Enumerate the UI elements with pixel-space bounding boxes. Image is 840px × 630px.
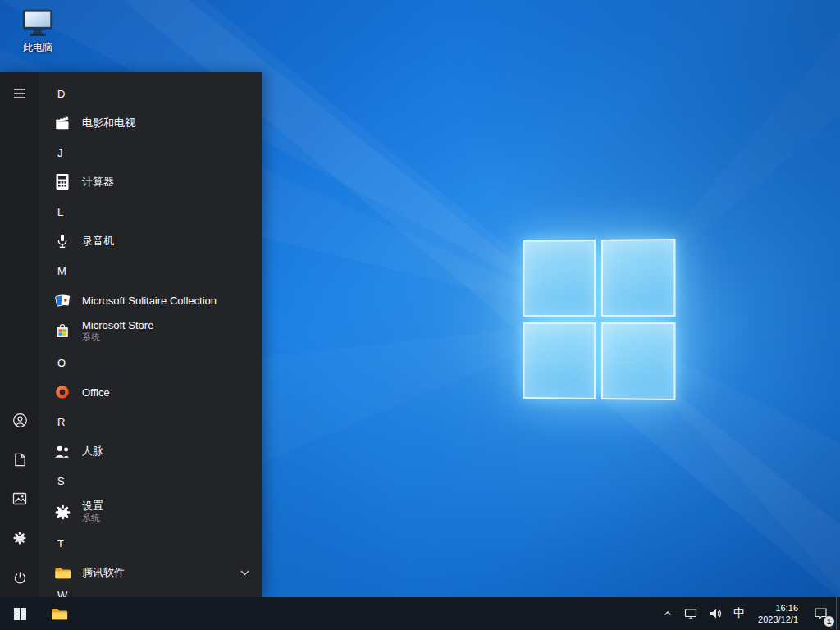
app-label: 电影和电视 (82, 116, 135, 130)
start-app-solitaire[interactable]: Microsoft Solitaire Collection (39, 285, 262, 315)
section-letter: J (57, 147, 63, 159)
network-button[interactable] (678, 597, 703, 630)
notification-badge: 1 (824, 616, 834, 627)
start-section-letter-m[interactable]: M (39, 256, 262, 285)
account-button[interactable] (0, 400, 39, 440)
logo-pane (523, 240, 596, 317)
gear-icon (52, 502, 72, 522)
office-icon (52, 382, 72, 402)
section-letter: T (57, 537, 64, 550)
store-icon (52, 322, 72, 341)
clock[interactable]: 16:16 2023/12/1 (751, 597, 806, 630)
computer-monitor-icon (21, 8, 55, 39)
file-explorer-button[interactable] (39, 597, 79, 630)
chevron-down-icon[interactable] (240, 570, 249, 576)
app-label: 录音机 (82, 234, 114, 249)
app-label: 计算器 (82, 175, 114, 189)
chevron-up-icon (663, 609, 673, 619)
start-section-letter-t[interactable]: T (39, 528, 262, 558)
app-label: Office (82, 386, 110, 399)
app-label: Microsoft Solitaire Collection (82, 294, 217, 307)
folder-icon (52, 563, 72, 582)
hidden-icons-button[interactable] (657, 597, 678, 630)
start-app-movies-tv[interactable]: 电影和电视 (39, 108, 262, 138)
start-section-letter-j[interactable]: J (39, 138, 262, 167)
start-section-letter-d[interactable]: D (39, 79, 262, 108)
folder-icon (50, 605, 69, 623)
ime-indicator[interactable]: 中 (728, 597, 751, 630)
windows-logo-wallpaper (523, 239, 676, 400)
start-menu-rail (0, 72, 39, 597)
microphone-icon (52, 231, 72, 251)
gear-icon (12, 531, 27, 546)
start-section-letter-r[interactable]: R (39, 407, 262, 436)
clock-time: 16:16 (775, 602, 798, 614)
start-app-settings[interactable]: 设置 系统 (39, 495, 262, 528)
volume-button[interactable] (703, 597, 728, 630)
clock-date: 2023/12/1 (758, 614, 798, 625)
app-subtitle: 系统 (82, 332, 153, 343)
show-desktop-button[interactable] (836, 597, 840, 630)
system-tray: 中 16:16 2023/12/1 1 (657, 597, 840, 630)
start-app-voice-recorder[interactable]: 录音机 (39, 226, 262, 256)
this-pc-label: 此电脑 (23, 41, 52, 55)
start-button[interactable] (0, 597, 39, 630)
people-icon (52, 441, 72, 461)
windows-logo-icon (14, 608, 26, 620)
app-label: 人脉 (82, 444, 103, 459)
app-subtitle: 系统 (82, 513, 103, 523)
settings-button[interactable] (0, 518, 39, 558)
start-app-microsoft-store[interactable]: Microsoft Store 系统 (39, 315, 262, 348)
start-section-letter-l[interactable]: L (39, 197, 262, 226)
movies-tv-icon (52, 113, 72, 133)
display-network-icon (684, 607, 697, 620)
user-icon (12, 413, 28, 428)
windows-desktop: 此电脑 (0, 0, 840, 630)
power-icon (13, 571, 27, 585)
start-section-letter-o[interactable]: O (39, 348, 262, 377)
section-letter: R (57, 416, 65, 428)
logo-pane (601, 322, 676, 400)
start-section-letter-s[interactable]: S (39, 466, 262, 495)
app-label: Microsoft Store (82, 320, 153, 332)
start-menu: D 电影和电视 (0, 72, 262, 597)
taskbar: 中 16:16 2023/12/1 1 (0, 597, 840, 630)
playing-cards-icon (52, 290, 72, 310)
start-app-people[interactable]: 人脉 (39, 436, 262, 466)
calculator-icon (52, 172, 72, 192)
documents-button[interactable] (0, 440, 39, 479)
speaker-icon (709, 607, 722, 620)
section-letter: D (57, 88, 65, 100)
pictures-button[interactable] (0, 479, 39, 518)
logo-pane (523, 322, 596, 399)
action-center-button[interactable]: 1 (806, 597, 836, 630)
start-app-office[interactable]: Office (39, 377, 262, 407)
start-section-letter-w[interactable]: W (39, 587, 262, 597)
section-letter: O (57, 357, 66, 369)
pictures-icon (12, 492, 27, 505)
document-icon (14, 453, 26, 467)
desktop-icon-this-pc[interactable]: 此电脑 (10, 5, 66, 58)
logo-pane (601, 239, 676, 317)
start-app-tencent-folder[interactable]: 腾讯软件 (39, 558, 262, 587)
power-button[interactable] (0, 558, 39, 597)
section-letter: S (57, 475, 65, 487)
section-letter: L (57, 206, 63, 218)
app-label: 腾讯软件 (82, 565, 125, 580)
hamburger-icon (13, 88, 26, 99)
app-label: 设置 (82, 500, 103, 513)
section-letter: M (57, 265, 66, 277)
section-letter: W (57, 589, 67, 597)
hamburger-menu-button[interactable] (0, 74, 39, 113)
start-app-calculator[interactable]: 计算器 (39, 167, 262, 197)
start-app-list: D 电影和电视 (39, 72, 262, 597)
